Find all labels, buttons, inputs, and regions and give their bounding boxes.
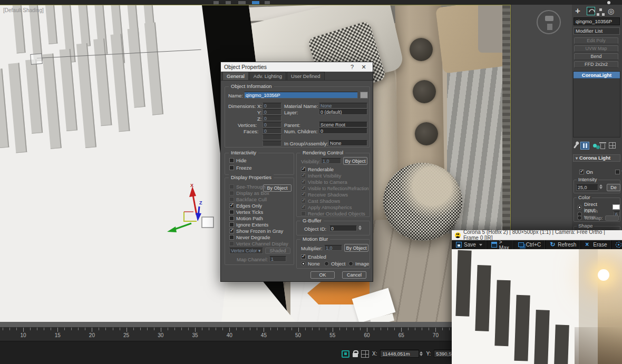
checkbox-ignore-extents[interactable]: Ignore Extents (229, 222, 268, 228)
save-dropdown-arrow[interactable] (479, 244, 482, 246)
tab-user-defined[interactable]: User Defined (287, 72, 324, 80)
wireframe-selection-box (30, 53, 43, 65)
pin-stack-icon[interactable] (574, 143, 578, 149)
checkbox-inherit-visibility[interactable]: Inherit Visibility (301, 173, 341, 179)
dialog-close-button[interactable]: ✕ (358, 64, 370, 71)
intensity-field[interactable]: 25,0 (576, 184, 598, 191)
texmap-button (605, 215, 619, 221)
parent-label: Parent: (284, 122, 300, 128)
tab-adv-lighting[interactable]: Adv. Lighting (249, 72, 286, 80)
object-id-spinner[interactable] (358, 225, 362, 230)
checkbox-freeze[interactable]: Freeze (229, 165, 252, 171)
stair-plank (533, 310, 549, 364)
object-name-field[interactable]: qingmo_10356P (574, 17, 620, 25)
display-tab-icon[interactable]: □ (620, 6, 622, 16)
color-group: Color Direct input: Kelvin temp:6 Texmap… (574, 198, 620, 222)
map-channel-field: 1 (269, 256, 286, 262)
checkbox-motion-path[interactable]: Motion Path (229, 215, 263, 222)
checkbox-receive-shadows[interactable]: Receive Shadows (301, 192, 348, 198)
ruler-tick (51, 328, 51, 330)
checkbox-see-through[interactable]: See-Through (229, 184, 265, 190)
checkbox-mb-enabled[interactable]: Enabled (301, 254, 326, 260)
checkbox-edges-only[interactable]: Edges Only (229, 203, 262, 209)
stack-item-coronalight[interactable]: CoronaLight (574, 72, 620, 78)
light-targeted-checkbox[interactable]: T (615, 169, 622, 175)
isolate-selection-icon[interactable] (342, 350, 349, 358)
hierarchy-tab-icon[interactable] (599, 8, 602, 11)
checkbox-hide[interactable]: Hide (229, 158, 247, 164)
corona-light-rollout-header[interactable]: ▾Corona Light (573, 154, 620, 162)
modifier-list-dropdown[interactable]: Modifier List (574, 27, 620, 35)
texmap-radio[interactable]: Texmap: (577, 215, 619, 221)
transform-gizmo[interactable]: X Z (166, 182, 224, 235)
vfb-erase-button[interactable]: ×Erase (581, 240, 611, 249)
remove-modifier-icon[interactable] (600, 144, 605, 149)
intensity-unit-dropdown[interactable]: De (607, 184, 620, 191)
checkbox-renderable[interactable]: Renderable (301, 166, 334, 173)
ffd-button[interactable]: FFD 2x2x2 (574, 61, 618, 68)
checkbox-label: Visible to Reflection/Refraction (308, 186, 369, 191)
vfb-to-max-button[interactable]: > Max (487, 240, 514, 249)
make-unique-icon[interactable] (593, 144, 597, 147)
rendering-by-object-button[interactable]: By Object (343, 157, 367, 165)
toolbar-icon-fragment (226, 1, 231, 4)
checkbox-render-occluded[interactable]: Render Occluded Objects (301, 211, 365, 217)
checkbox-display-as-box[interactable]: Display as Box (229, 190, 269, 196)
ruler-tick (92, 328, 92, 332)
vfb-title-bar[interactable]: Corona 5 (Hotfix 2) | 800×500px (1:1) | … (452, 230, 622, 240)
create-tab-icon[interactable]: + (573, 6, 582, 16)
bend-button[interactable]: Bend (574, 53, 618, 60)
pompom (410, 38, 433, 61)
layer-field[interactable]: 0 (default) (319, 109, 367, 115)
configure-modifier-sets-icon[interactable] (609, 142, 616, 149)
intensity-spinner[interactable] (599, 184, 602, 189)
viewport-shading-label[interactable]: [Default Shading] (3, 7, 44, 13)
checkbox-apply-atmospherics[interactable]: Apply Atmospherics (301, 204, 352, 211)
cancel-button[interactable]: Cancel (342, 271, 366, 279)
y-coord-label: Y: (426, 351, 431, 357)
vfb-copy-button[interactable]: Ctrl+C (514, 240, 546, 249)
name-field[interactable]: qingmo_10356P (244, 92, 358, 99)
object-id-field[interactable]: 0 (329, 225, 357, 231)
stair-plank (455, 250, 471, 317)
track-bar[interactable] (0, 322, 452, 327)
modify-tab-icon[interactable] (587, 7, 595, 15)
vfb-tools-button[interactable]: Tools (611, 240, 622, 249)
checkbox-vertex-ticks[interactable]: Vertex Ticks (229, 209, 263, 215)
dim-z-label: Z: (257, 116, 261, 122)
motion-blur-by-object-button[interactable]: By Object (344, 244, 368, 252)
dialog-title-bar[interactable]: Object Properties ? ✕ (221, 62, 373, 72)
checkbox-cast-shadows[interactable]: Cast Shadows (301, 198, 340, 204)
ruler-tick (127, 328, 127, 332)
watermark-logo (537, 10, 561, 34)
x-coord-field[interactable]: 11448,051m (380, 350, 419, 358)
ok-button[interactable]: OK (310, 271, 335, 279)
ruler-tick (188, 328, 189, 330)
vfb-refresh-button[interactable]: ↻Refresh (546, 240, 581, 249)
checkbox-vertex-channel-display[interactable]: Vertex Channel Display (229, 241, 288, 247)
tab-general[interactable]: General (222, 72, 249, 80)
show-end-result-icon[interactable] (580, 142, 589, 150)
checkbox-never-degrade[interactable]: Never Degrade (229, 234, 270, 241)
light-on-checkbox[interactable]: On (579, 169, 593, 175)
checkbox-backface-cull[interactable]: Backface Cull (229, 196, 267, 203)
checkbox-visible-to-reflection[interactable]: Visible to Reflection/Refraction (301, 185, 369, 192)
grid-snap-icon[interactable] (361, 350, 369, 358)
name-field-button[interactable] (360, 92, 368, 99)
radio-mb-none[interactable]: None (301, 261, 320, 267)
checkbox-label: Display as Box (236, 190, 269, 196)
material-name-label: Material Name: (284, 103, 318, 109)
selection-lock-icon[interactable] (353, 353, 358, 357)
ruler-tick (442, 328, 443, 330)
checkbox-label: Freeze (236, 165, 252, 171)
stair-plank (494, 280, 510, 346)
checkbox-show-frozen-in-gray[interactable]: Show Frozen in Gray (229, 228, 283, 234)
radio-mb-object[interactable]: Object (324, 261, 345, 267)
dialog-help-button[interactable]: ? (346, 64, 358, 70)
timeline-ruler[interactable]: 10152025303540455055606570 (0, 327, 452, 341)
x-coord-spinner[interactable] (420, 351, 423, 356)
radio-mb-image[interactable]: Image (348, 261, 369, 267)
checkbox-visible-to-camera[interactable]: Visible to Camera (301, 179, 347, 185)
motion-tab-icon[interactable]: ◎ (606, 6, 616, 16)
vfb-save-button[interactable]: Save (452, 240, 487, 249)
